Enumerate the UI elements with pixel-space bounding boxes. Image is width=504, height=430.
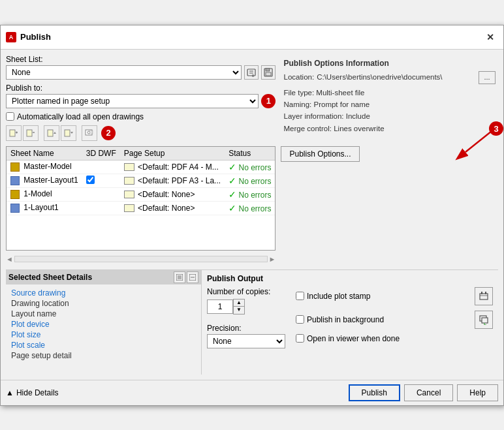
copies-section: Number of copies: 1 ▲ ▼ <box>207 287 285 315</box>
location-row: Location: C:\Users\bertins\onedrive\docu… <box>283 71 496 84</box>
plot-stamp-checkbox[interactable] <box>296 292 304 300</box>
scroll-bar[interactable] <box>14 256 268 262</box>
copies-input[interactable]: 1 <box>207 299 233 314</box>
cancel-button[interactable]: Cancel <box>404 384 453 401</box>
spin-down-button[interactable]: ▼ <box>234 307 244 314</box>
sheet-list-section: Sheet List: None <box>6 55 276 80</box>
viewer-row: Open in viewer when done <box>296 334 493 343</box>
sheet-name-cell: Master-Layout1 <box>7 174 82 187</box>
output-content: Number of copies: 1 ▲ ▼ Precisi <box>207 287 493 348</box>
move-up-button[interactable] <box>44 125 59 141</box>
col-page-setup: Page Setup <box>120 147 225 161</box>
table-row[interactable]: 1-Model <Default: None> ✓ No errors <box>7 187 275 201</box>
precision-label: Precision: <box>207 324 285 333</box>
publish-to-select[interactable]: Plotter named in page setup <box>6 94 259 108</box>
dialog-title: Publish <box>20 32 51 42</box>
status-cell: ✓ No errors <box>225 160 275 174</box>
sheet-name-cell: 1-Model <box>7 187 82 201</box>
status-cell: ✓ No errors <box>225 187 275 201</box>
output-panel: Publish Output Number of copies: 1 ▲ ▼ <box>202 270 498 375</box>
page-setup-cell: <Default: None> <box>120 187 225 201</box>
dialog-body: Sheet List: None P <box>1 50 503 380</box>
svg-rect-9 <box>27 130 32 136</box>
detail-source-drawing[interactable]: Source drawing <box>11 288 196 298</box>
svg-rect-0 <box>247 69 255 76</box>
page-setup-cell: <Default: PDF A4 - M... <box>120 160 225 174</box>
background-row: Publish in background <box>296 311 493 329</box>
svg-rect-29 <box>482 318 488 323</box>
layout-icon <box>10 176 20 185</box>
layer-info-row: Layer information: Include <box>283 110 496 122</box>
page-setup-icon <box>124 163 134 171</box>
publish-to-label: Publish to: <box>6 84 276 93</box>
publish-button[interactable]: Publish <box>349 384 400 401</box>
background-settings-button[interactable] <box>475 311 493 329</box>
sheet-list-select[interactable]: None <box>6 65 242 80</box>
plot-stamp-settings-button[interactable] <box>475 287 493 305</box>
plot-stamp-label[interactable]: Include plot stamp <box>307 292 370 301</box>
dwf-checkbox[interactable] <box>86 176 95 184</box>
detail-plot-scale[interactable]: Plot scale <box>11 341 196 350</box>
location-value: C:\Users\bertins\onedrive\documents\ <box>317 71 476 83</box>
sheet-name-cell: 1-Layout1 <box>7 201 82 215</box>
publish-options-btn-row: Publish Options... 3 <box>281 142 498 162</box>
page-setup-icon <box>124 191 134 198</box>
auto-load-checkbox[interactable] <box>6 112 14 121</box>
detail-plot-device[interactable]: Plot device <box>11 320 196 329</box>
viewer-checkbox[interactable] <box>296 334 304 343</box>
svg-rect-15 <box>89 131 93 134</box>
detail-plot-size[interactable]: Plot size <box>11 330 196 339</box>
naming-row: Naming: Prompt for name <box>283 99 496 110</box>
details-list: Source drawing Drawing location Layout n… <box>11 288 196 360</box>
model-icon <box>10 190 20 199</box>
move-down-button[interactable] <box>61 125 76 141</box>
browse-location-button[interactable]: ... <box>479 71 496 84</box>
badge-1: 1 <box>261 94 276 108</box>
background-label[interactable]: Publish in background <box>307 315 384 324</box>
spin-up-button[interactable]: ▲ <box>234 299 244 307</box>
load-sheet-list-button[interactable] <box>244 65 259 80</box>
col-sheet-name: Sheet Name <box>7 147 82 161</box>
save-sheet-list-button[interactable] <box>261 65 276 80</box>
sheet-list-label: Sheet List: <box>6 55 276 64</box>
top-section: Sheet List: None P <box>6 55 498 263</box>
check-icon: ✓ <box>228 176 236 186</box>
close-button[interactable]: ✕ <box>482 29 498 45</box>
svg-rect-11 <box>48 130 53 136</box>
detail-drawing-location: Drawing location <box>11 299 196 308</box>
svg-rect-5 <box>266 72 271 76</box>
app-icon: A <box>6 32 16 42</box>
svg-rect-25 <box>481 292 482 294</box>
sheet-name-cell: Master-Model <box>7 160 82 174</box>
viewer-label[interactable]: Open in viewer when done <box>307 334 400 343</box>
background-checkbox[interactable] <box>296 315 304 324</box>
details-icon-1[interactable] <box>174 271 185 283</box>
auto-load-label[interactable]: Automatically load all open drawings <box>17 112 144 121</box>
footer-bar: ▲ Hide Details Publish Cancel Help <box>1 380 503 405</box>
help-button[interactable]: Help <box>457 384 498 401</box>
details-panel-header: Selected Sheet Details <box>6 270 201 284</box>
left-panel: Sheet List: None P <box>6 55 276 263</box>
hide-details-button[interactable]: ▲ Hide Details <box>6 388 59 397</box>
details-icon-2[interactable] <box>187 271 198 283</box>
page-setup-cell: <Default: PDF A3 - La... <box>120 174 225 187</box>
sheet-table-wrapper: Sheet Name 3D DWF Page Setup Status Mast… <box>6 146 276 251</box>
status-cell: ✓ No errors <box>225 201 275 215</box>
col-3d-dwf: 3D DWF <box>82 147 120 161</box>
page-setup-icon <box>124 177 134 185</box>
table-row[interactable]: Master-Model <Default: PDF A4 - M... ✓ N… <box>7 160 275 174</box>
publish-dialog: A Publish ✕ Sheet List: None <box>0 25 504 406</box>
precision-select[interactable]: None <box>207 334 285 348</box>
detail-layout-name: Layout name <box>11 309 196 318</box>
title-bar: A Publish ✕ <box>1 25 503 50</box>
details-icons <box>174 271 198 283</box>
table-row[interactable]: Master-Layout1 <Default: PDF A3 - La... <box>7 174 275 187</box>
table-row[interactable]: 1-Layout1 <Default: None> ✓ No errors <box>7 201 275 215</box>
preview-button[interactable] <box>82 125 97 141</box>
copies-spinner: ▲ ▼ <box>233 299 245 315</box>
svg-rect-26 <box>485 292 486 294</box>
remove-sheets-button[interactable] <box>23 125 39 141</box>
badge-3-area: 3 <box>452 123 504 162</box>
add-sheets-button[interactable] <box>6 125 22 141</box>
publish-options-button[interactable]: Publish Options... <box>281 146 359 162</box>
